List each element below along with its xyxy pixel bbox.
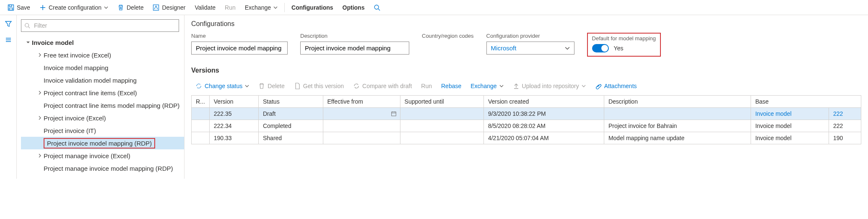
filter-input[interactable] (21, 19, 179, 32)
table-cell (323, 120, 400, 132)
col-r[interactable]: R... (192, 96, 210, 108)
get-version-label: Get this version (303, 83, 344, 89)
table-cell: 190.33 (209, 132, 258, 144)
default-mapping-highlight: Default for model mapping Yes (587, 33, 661, 57)
validate-label: Validate (195, 4, 216, 11)
save-label: Save (17, 4, 30, 11)
table-cell (192, 132, 210, 144)
tree-item-label: Project invoice (IT) (44, 127, 96, 134)
exchange-button[interactable]: Exchange (241, 0, 282, 15)
tree-item[interactable]: Free text invoice (Excel) (21, 49, 184, 61)
chevron-down-icon (273, 5, 278, 10)
table-cell: 9/3/2020 10:38:22 PM (483, 108, 604, 120)
configurations-tab[interactable]: Configurations (287, 0, 338, 15)
provider-label: Configuration provider (486, 33, 574, 39)
tree-item[interactable]: Project invoice (Excel) (21, 112, 184, 124)
table-cell (400, 120, 483, 132)
table-cell (323, 108, 400, 120)
search-icon (374, 4, 380, 11)
upload-button: Upload into repository (509, 78, 590, 94)
compare-icon (353, 83, 360, 89)
tree-item[interactable]: Invoice model mapping (21, 61, 184, 74)
table-cell: Invoice model (751, 108, 829, 120)
list-icon[interactable] (5, 36, 12, 44)
top-toolbar: Save Create configuration Delete Designe… (0, 0, 868, 15)
table-row[interactable]: 222.34Completed8/5/2020 08:28:02 AMProje… (192, 120, 861, 132)
country-field: Country/region codes (422, 33, 474, 42)
trash-icon (117, 4, 124, 11)
paperclip-icon (595, 83, 602, 89)
col-status[interactable]: Status (258, 96, 323, 108)
versions-header-row: R... Version Status Effective from Suppo… (192, 96, 861, 108)
table-cell (604, 108, 751, 120)
col-effective-from[interactable]: Effective from (323, 96, 400, 108)
delete-button[interactable]: Delete (113, 0, 148, 15)
options-tab[interactable]: Options (338, 0, 369, 15)
name-label: Name (191, 33, 288, 39)
compare-label: Compare with draft (362, 83, 412, 89)
change-status-button[interactable]: Change status (191, 78, 253, 94)
versions-exchange-button[interactable]: Exchange (466, 78, 507, 94)
table-cell: 222 (829, 120, 861, 132)
chevron-down-icon (245, 84, 249, 88)
col-base[interactable]: Base (751, 96, 861, 108)
upload-icon (513, 83, 520, 89)
filter-wrap (21, 19, 179, 32)
table-cell: Invoice model (751, 120, 829, 132)
country-label: Country/region codes (422, 33, 474, 39)
toolbar-separator (284, 3, 285, 12)
tree-root[interactable]: Invoice model (21, 36, 184, 49)
chevron-down-icon (582, 84, 586, 88)
col-created[interactable]: Version created (483, 96, 604, 108)
tree-item-label: Invoice validation model mapping (44, 77, 137, 84)
options-label: Options (343, 4, 365, 11)
run-button: Run (221, 0, 240, 15)
svg-rect-6 (391, 112, 396, 116)
tree-item-label: Project contract line items (Excel) (44, 89, 137, 96)
side-icon-strip (0, 15, 17, 179)
attachments-button[interactable]: Attachments (591, 78, 641, 94)
description-field: Description (300, 33, 409, 55)
save-button[interactable]: Save (3, 0, 34, 15)
delete-label: Delete (127, 4, 143, 11)
table-cell: Completed (258, 120, 323, 132)
exchange-label: Exchange (245, 4, 271, 11)
caret-right-icon (36, 91, 44, 95)
table-row[interactable]: 222.35Draft9/3/2020 10:38:22 PMInvoice m… (192, 108, 861, 120)
col-version[interactable]: Version (209, 96, 258, 108)
rebase-label: Rebase (441, 83, 461, 89)
fields-row: Name Description Country/region codes Co… (191, 33, 868, 57)
rebase-button[interactable]: Rebase (437, 78, 465, 94)
table-cell (323, 132, 400, 144)
validate-button[interactable]: Validate (191, 0, 220, 15)
tree-item[interactable]: Project contract line items (Excel) (21, 86, 184, 99)
versions-run-label: Run (421, 83, 432, 89)
default-mapping-toggle[interactable] (592, 44, 609, 52)
provider-value: Microsoft (491, 44, 517, 52)
col-supported-until[interactable]: Supported until (400, 96, 483, 108)
col-description[interactable]: Description (604, 96, 751, 108)
configurations-label: Configurations (291, 4, 333, 11)
configurations-title: Configurations (191, 20, 868, 28)
default-mapping-label: Default for model mapping (592, 35, 656, 42)
tree-item[interactable]: Project manage invoice (Excel) (21, 149, 184, 162)
description-label: Description (300, 33, 409, 39)
description-input[interactable] (300, 42, 409, 55)
name-input[interactable] (191, 42, 288, 55)
provider-dropdown[interactable]: Microsoft (486, 42, 574, 55)
tree-item-label: Project manage invoice (Excel) (44, 152, 130, 159)
search-button[interactable] (369, 0, 385, 15)
funnel-icon[interactable] (5, 20, 12, 28)
tree-item[interactable]: Project invoice (IT) (21, 124, 184, 137)
designer-button[interactable]: Designer (148, 0, 190, 15)
tree-item[interactable]: Project invoice model mapping (RDP) (21, 137, 184, 149)
create-configuration-button[interactable]: Create configuration (35, 0, 112, 15)
versions-delete-label: Delete (268, 83, 284, 89)
tree-item[interactable]: Invoice validation model mapping (21, 74, 184, 86)
tree-item-label: Project invoice model mapping (RDP) (47, 140, 152, 147)
tree-item[interactable]: Project manage invoice model mapping (RD… (21, 162, 184, 175)
table-row[interactable]: 190.33Shared4/21/2020 05:07:04 AMModel m… (192, 132, 861, 144)
tree-item[interactable]: Project contract line items model mappin… (21, 99, 184, 112)
get-version-button: Get this version (290, 78, 348, 94)
default-mapping-value: Yes (614, 45, 624, 52)
